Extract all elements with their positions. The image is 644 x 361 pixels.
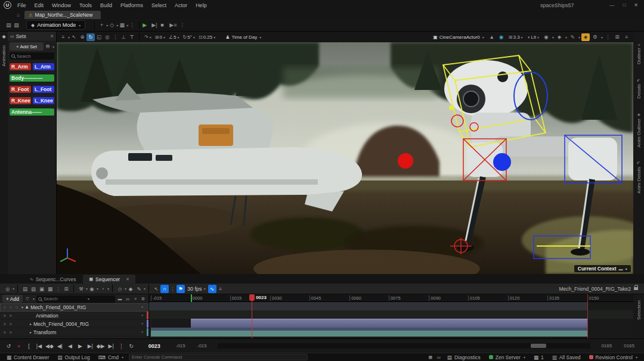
play-button[interactable]: ▶: [76, 343, 84, 349]
diagnostics-button[interactable]: ▤ Diagnostics: [444, 354, 484, 360]
close-icon[interactable]: ✕: [126, 277, 129, 282]
add-section-icon[interactable]: +: [141, 304, 144, 310]
current-frame-field[interactable]: 0023: [148, 343, 160, 349]
time-of-day-dropdown[interactable]: ♟ Time of Day ▾: [225, 35, 261, 40]
chevron-down-icon[interactable]: ▾: [21, 305, 23, 309]
add-set-button[interactable]: + Add Set: [10, 42, 44, 51]
open-sequence-icon[interactable]: ▧: [29, 285, 38, 293]
screen-percentage-control[interactable]: ⊞ 3.3 ▾: [509, 35, 523, 40]
tab-outliner[interactable]: Outliner ≡: [636, 40, 642, 68]
play-reverse-button[interactable]: ◀: [66, 343, 74, 349]
preview-platform-icon[interactable]: ◈: [581, 33, 590, 41]
chevron-right-icon[interactable]: ▸: [30, 322, 32, 326]
menu-actor[interactable]: Actor: [175, 2, 187, 8]
tab-selection[interactable]: Selection: [636, 297, 642, 323]
sequencer-settings-icon[interactable]: ⚒: [77, 285, 85, 293]
cinematics-icon[interactable]: ▦: [118, 21, 126, 29]
track-toggle-icon[interactable]: [16, 306, 18, 309]
save-sequence-icon[interactable]: ▤: [21, 285, 29, 293]
sets-search-box[interactable]: [10, 52, 54, 60]
notifications-icon[interactable]: ▦: [428, 353, 434, 361]
pen-icon[interactable]: ✎: [568, 33, 577, 41]
timeline-zoom-scrollbar[interactable]: [218, 343, 591, 348]
fps-dropdown[interactable]: 30 fps ▾: [187, 286, 206, 292]
scale-snap-control[interactable]: ⊡ 0.25 ▾: [199, 35, 215, 40]
view-range-start[interactable]: -015: [176, 343, 185, 348]
transform-section-band[interactable]: [151, 328, 587, 337]
set-end-bracket[interactable]: ]: [117, 343, 125, 349]
level-tab[interactable]: ⚠ Map_Northe..._ScaleNew: [24, 11, 101, 19]
track-toggle-icon[interactable]: [4, 331, 6, 334]
play-options-icon[interactable]: ⋮: [179, 22, 185, 28]
refresh-icon[interactable]: ↺: [5, 343, 13, 349]
tab-sequencer[interactable]: ▦ Sequencer ✕: [83, 275, 135, 284]
outliner-settings-icon[interactable]: ⚙: [140, 295, 146, 303]
pilot-camera-icon[interactable]: ◉: [497, 33, 506, 41]
step-forward-button[interactable]: ▶|: [86, 343, 94, 349]
menu-platforms[interactable]: Platforms: [120, 2, 143, 8]
set-item[interactable]: Body-----------: [10, 74, 54, 82]
curve-editor-icon[interactable]: ∿: [208, 285, 216, 293]
viewport-options-icon[interactable]: ≡: [59, 33, 67, 41]
select-edit-icon[interactable]: ↖: [152, 285, 160, 293]
launch-button[interactable]: ▶≡: [169, 22, 178, 28]
add-actor-icon[interactable]: +: [98, 21, 106, 29]
grid-snap-control[interactable]: ⊞ 0 ▾: [155, 35, 165, 40]
filter-icon[interactable]: ▽: [24, 295, 30, 303]
set-item[interactable]: Antenna------: [10, 108, 54, 116]
timeline-ruler[interactable]: -015 0000 0015 0030 0045 0060 0075 0090 …: [149, 294, 633, 302]
zen-server-dropdown[interactable]: Zen Server ▾: [486, 354, 528, 360]
menu-window[interactable]: Window: [52, 2, 71, 8]
minimize-icon[interactable]: —: [609, 2, 614, 8]
previous-key-button[interactable]: ◀◆: [45, 343, 54, 349]
view-mode-dropdown[interactable]: ◐ Lit ▾: [528, 35, 539, 40]
chevron-right-icon[interactable]: ▸: [30, 330, 32, 334]
viewport-settings-icon[interactable]: ⚙: [591, 33, 599, 41]
playhead[interactable]: 0023: [252, 294, 252, 338]
add-section-icon[interactable]: +: [141, 321, 144, 326]
track-row-rig-child[interactable]: ▸ Mech_Friend_0004_RIG +: [0, 320, 148, 328]
track-toggle-icon[interactable]: [10, 331, 12, 334]
playback-end-marker[interactable]: [587, 294, 588, 338]
play-button[interactable]: ▶: [143, 22, 151, 28]
set-item[interactable]: L_Knee: [33, 97, 54, 104]
maximize-viewport-icon[interactable]: ≡: [623, 33, 631, 41]
auto-key-icon[interactable]: ◆: [126, 285, 135, 293]
track-toggle-icon[interactable]: [10, 323, 12, 325]
loop-button[interactable]: ↻: [128, 343, 135, 349]
output-log-button[interactable]: ▤ Output Log: [55, 354, 93, 360]
sequencer-timeline[interactable]: -015 0000 0015 0030 0045 0060 0075 0090 …: [149, 294, 633, 338]
editor-mode-dropdown[interactable]: ◈ Animation Mode ▾: [26, 20, 85, 30]
add-section-icon[interactable]: +: [141, 313, 144, 318]
current-context-button[interactable]: Current Context ▬ ▴: [574, 265, 631, 272]
content-drawer-button[interactable]: ▦ Content Drawer: [4, 354, 52, 360]
add-section-icon[interactable]: +: [141, 329, 144, 335]
snap-actor-icon[interactable]: ⊤: [128, 33, 136, 41]
track-row-rig[interactable]: ▾ ♟ Mech_Friend_0004_RIG +: [0, 303, 148, 312]
console-command-input[interactable]: [129, 354, 308, 360]
snap-floor-icon[interactable]: ⊥: [119, 33, 128, 41]
view-options-icon[interactable]: ◉: [88, 285, 96, 293]
camera-actor-dropdown[interactable]: ▣ CineCameraActor0 ▾: [433, 35, 484, 40]
zoom-scrollbar-thumb[interactable]: [531, 344, 546, 348]
unreal-logo-icon[interactable]: U: [4, 1, 11, 9]
sequencer-search-input[interactable]: [44, 296, 85, 301]
sequencer-search-box[interactable]: ▾: [36, 295, 115, 303]
render-movie-icon[interactable]: ▦: [46, 285, 54, 293]
eject-icon[interactable]: ▲: [488, 33, 496, 41]
surface-snap-control[interactable]: ↷ ▾: [144, 35, 151, 40]
working-range-start[interactable]: -015: [197, 343, 207, 348]
to-end-button[interactable]: ▶|: [107, 343, 115, 349]
close-icon[interactable]: ✕: [634, 2, 638, 8]
stop-button[interactable]: ■: [160, 22, 169, 28]
menu-file[interactable]: File: [17, 2, 26, 8]
playback-start-marker[interactable]: [191, 294, 192, 302]
track-toggle-icon[interactable]: [10, 306, 12, 309]
more-options-icon[interactable]: ⋮: [55, 286, 61, 292]
menu-tools[interactable]: Tools: [79, 2, 92, 8]
pin-icon[interactable]: ▬: [117, 295, 123, 303]
view-range-end[interactable]: 0165: [624, 343, 634, 348]
scale-tool-icon[interactable]: ◱: [95, 33, 103, 41]
set-item[interactable]: R_Knee: [10, 97, 31, 104]
set-item[interactable]: R_Arm: [10, 63, 31, 70]
